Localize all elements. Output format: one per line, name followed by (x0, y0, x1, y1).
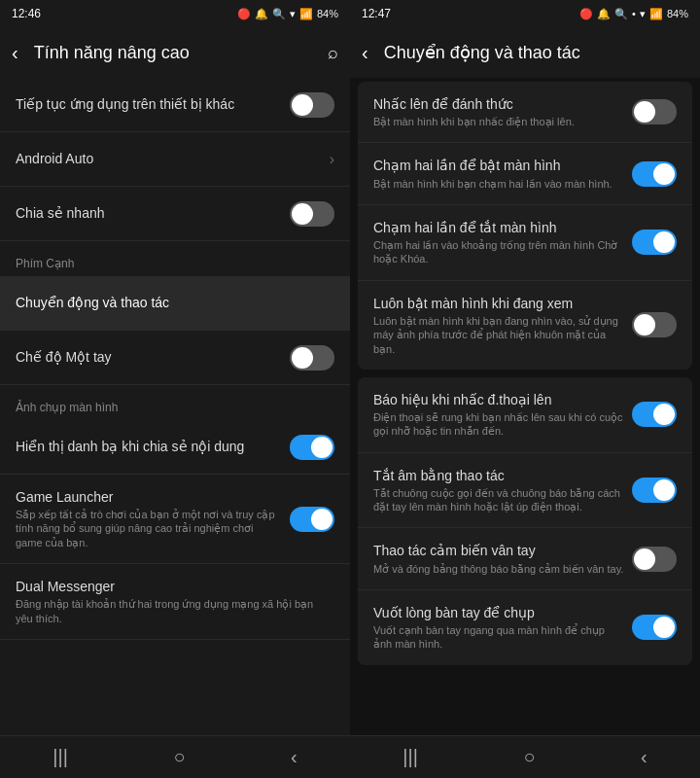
cham-hai-bat-title: Chạm hai lần để bật màn hình (373, 157, 624, 174)
list-item-cham-hai-tat[interactable]: Chạm hai lần để tắt màn hình Chạm hai lầ… (358, 205, 692, 281)
vuot-long-toggle[interactable] (632, 615, 677, 640)
thao-tac-toggle[interactable] (632, 547, 677, 572)
wifi-icon: ▾ (290, 8, 296, 20)
hien-thi-toggle[interactable] (290, 435, 334, 460)
motion-group-1: Nhấc lên để đánh thức Bật màn hình khi b… (350, 82, 700, 370)
list-item-nhac-len[interactable]: Nhấc lên để đánh thức Bật màn hình khi b… (358, 82, 692, 143)
tat-am-subtitle: Tắt chuông cuộc gọi đến và chuông báo bằ… (373, 486, 624, 514)
chia-se-title: Chia sẻ nhanh (16, 204, 282, 222)
motion-group-1-inner: Nhấc lên để đánh thức Bật màn hình khi b… (358, 82, 692, 370)
left-nav-home[interactable]: ○ (154, 738, 204, 776)
battery-left: 84% (317, 8, 338, 19)
left-status-bar: 12:46 🔴 🔔 🔍 ▾ 📶 84% (0, 0, 350, 27)
right-status-icons: 🔴 🔔 🔍 • ▾ 📶 84% (579, 8, 688, 20)
left-back-button[interactable]: ‹ (12, 38, 26, 68)
list-item-luon-bat[interactable]: Luôn bật màn hình khi đang xem Luôn bật … (358, 281, 692, 370)
motion-group-2: Báo hiệu khi nhấc đ.thoại lên Điện thoại… (350, 377, 700, 665)
list-item-cham-hai-bat[interactable]: Chạm hai lần để bật màn hình Bật màn hìn… (358, 143, 692, 204)
tiep-tuc-toggle[interactable] (290, 92, 334, 118)
r-battery: 84% (667, 8, 688, 19)
list-item-tiep-tuc[interactable]: Tiếp tục ứng dụng trên thiết bị khác (0, 78, 350, 132)
r-signal-icon: 📶 (649, 8, 663, 20)
thao-tac-subtitle: Mở và đóng bảng thông báo bằng cảm biến … (373, 562, 624, 576)
bao-hieu-title: Báo hiệu khi nhấc đ.thoại lên (373, 391, 624, 408)
phim-canh-section-header: Phím Cạnh (0, 241, 350, 276)
cham-hai-tat-toggle[interactable] (632, 230, 677, 255)
list-item-game-launcher[interactable]: Game Launcher Sắp xếp tất cả trò chơi củ… (0, 475, 350, 564)
vuot-long-title: Vuốt lòng bàn tay để chụp (373, 604, 624, 621)
luon-bat-title: Luôn bật màn hình khi đang xem (373, 295, 624, 312)
right-time: 12:47 (362, 7, 391, 20)
right-back-button[interactable]: ‹ (362, 38, 376, 68)
list-item-chia-se[interactable]: Chia sẻ nhanh (0, 187, 350, 241)
search-icon-s: 🔍 (272, 8, 286, 20)
r-dot-icon: • (632, 8, 636, 19)
luon-bat-toggle[interactable] (632, 312, 677, 337)
r-search-icon: 🔍 (614, 8, 628, 20)
android-auto-chevron: › (330, 151, 334, 168)
r-fire-icon: 🔴 (579, 8, 593, 20)
cham-hai-tat-title: Chạm hai lần để tắt màn hình (373, 219, 624, 236)
right-nav-header: ‹ Chuyển động và thao tác (350, 27, 700, 78)
che-do-title: Chế độ Một tay (16, 348, 282, 366)
list-item-hien-thi[interactable]: Hiển thị danh bạ khi chia sẻ nội dung (0, 420, 350, 475)
chia-se-toggle[interactable] (290, 201, 334, 227)
signal-icon: 📶 (299, 8, 313, 20)
nhac-len-subtitle: Bật màn hình khi bạn nhấc điện thoại lên… (373, 115, 624, 128)
left-content: Tiếp tục ứng dụng trên thiết bị khác And… (0, 78, 350, 735)
luon-bat-subtitle: Luôn bật màn hình khi bạn đang nhìn vào,… (373, 314, 624, 356)
left-time: 12:46 (12, 7, 41, 20)
list-item-chuyen-dong[interactable]: Chuyển động và thao tác (0, 276, 350, 331)
nhac-len-title: Nhấc lên để đánh thức (373, 95, 624, 113)
list-item-thao-tac-cam-bien[interactable]: Thao tác cảm biến vân tay Mở và đóng bản… (358, 528, 692, 589)
bao-hieu-subtitle: Điện thoại sẽ rung khi bạn nhấc lên sau … (373, 410, 624, 439)
bell-icon: 🔔 (255, 8, 268, 20)
android-auto-title: Android Auto (16, 150, 322, 167)
list-item-dual-messenger[interactable]: Dual Messenger Đăng nhập tài khoản thứ h… (0, 564, 350, 640)
tiep-tuc-title: Tiếp tục ứng dụng trên thiết bị khác (16, 95, 282, 113)
left-nav-bottom: ||| ○ ‹ (0, 735, 350, 778)
right-nav-home[interactable]: ○ (504, 738, 554, 776)
right-page-title: Chuyển động và thao tác (384, 42, 688, 63)
bao-hieu-toggle[interactable] (632, 402, 677, 427)
dual-messenger-title: Dual Messenger (16, 578, 327, 595)
game-launcher-title: Game Launcher (16, 488, 282, 506)
left-nav-recent[interactable]: ||| (33, 738, 88, 776)
list-item-che-do[interactable]: Chế độ Một tay (0, 331, 350, 385)
r-bell-icon: 🔔 (597, 8, 611, 20)
nhac-len-toggle[interactable] (632, 99, 677, 124)
right-nav-bottom: ||| ○ ‹ (350, 735, 700, 778)
hien-thi-title: Hiển thị danh bạ khi chia sẻ nội dung (16, 438, 282, 455)
chuyen-dong-title: Chuyển động và thao tác (16, 294, 327, 311)
r-wifi-icon: ▾ (640, 8, 646, 20)
dual-messenger-subtitle: Đăng nhập tài khoản thứ hai trong ứng dụ… (16, 597, 327, 625)
fire-icon: 🔴 (237, 8, 251, 20)
list-item-bao-hieu[interactable]: Báo hiệu khi nhấc đ.thoại lên Điện thoại… (358, 377, 692, 453)
left-page-title: Tính năng nâng cao (34, 43, 320, 63)
cham-hai-bat-subtitle: Bật màn hình khi bạn chạm hai lần vào mà… (373, 177, 624, 191)
left-screen: 12:46 🔴 🔔 🔍 ▾ 📶 84% ‹ Tính năng nâng cao… (0, 0, 350, 778)
thao-tac-title: Thao tác cảm biến vân tay (373, 542, 624, 559)
list-item-tat-am[interactable]: Tắt âm bằng thao tác Tắt chuông cuộc gọi… (358, 453, 692, 529)
anh-chup-section-header: Ảnh chụp màn hình (0, 385, 350, 420)
tat-am-title: Tắt âm bằng thao tác (373, 467, 624, 484)
right-screen: 12:47 🔴 🔔 🔍 • ▾ 📶 84% ‹ Chuyển động và t… (350, 0, 700, 778)
right-content: Nhấc lên để đánh thức Bật màn hình khi b… (350, 78, 700, 735)
game-launcher-subtitle: Sắp xếp tất cả trò chơi của bạn ở một nơ… (16, 508, 282, 549)
left-nav-back[interactable]: ‹ (271, 738, 317, 776)
right-nav-back[interactable]: ‹ (621, 738, 667, 776)
list-item-vuot-long[interactable]: Vuốt lòng bàn tay để chụp Vuốt cạnh bàn … (358, 590, 692, 665)
cham-hai-bat-toggle[interactable] (632, 161, 677, 187)
right-status-bar: 12:47 🔴 🔔 🔍 • ▾ 📶 84% (350, 0, 700, 27)
motion-group-2-inner: Báo hiệu khi nhấc đ.thoại lên Điện thoại… (358, 377, 692, 665)
game-launcher-toggle[interactable] (290, 507, 334, 532)
list-item-android-auto[interactable]: Android Auto › (0, 132, 350, 187)
vuot-long-subtitle: Vuốt cạnh bàn tay ngang qua màn hình để … (373, 623, 624, 652)
che-do-toggle[interactable] (290, 345, 334, 371)
left-status-icons: 🔴 🔔 🔍 ▾ 📶 84% (237, 8, 338, 20)
left-search-button[interactable]: ⌕ (328, 43, 338, 63)
cham-hai-tat-subtitle: Chạm hai lần vào khoảng trống trên màn h… (373, 238, 624, 266)
left-nav-header: ‹ Tính năng nâng cao ⌕ (0, 27, 350, 78)
right-nav-recent[interactable]: ||| (383, 738, 438, 776)
tat-am-toggle[interactable] (632, 477, 677, 503)
